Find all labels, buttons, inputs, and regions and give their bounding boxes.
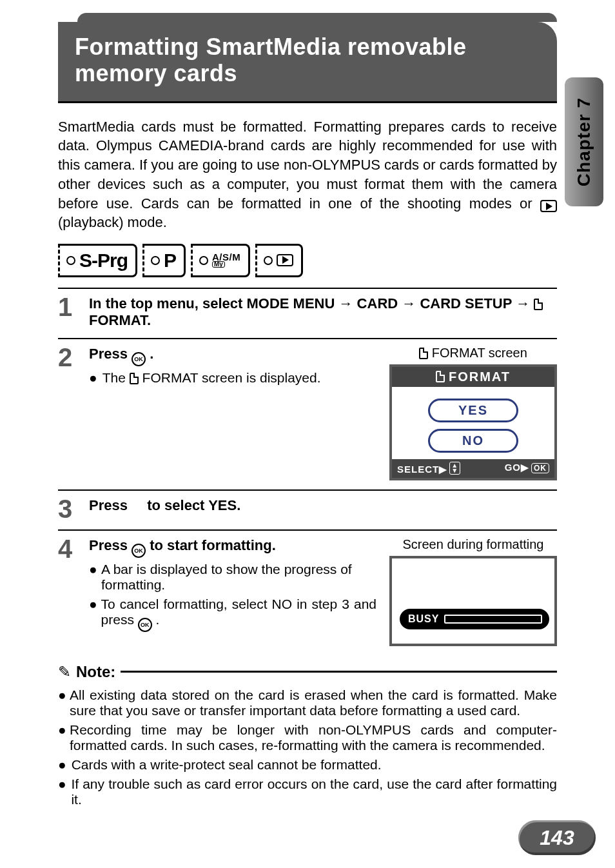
step-4: 4 Press OK to start formatting. ● A bar … (58, 529, 557, 646)
step-1: 1 In the top menu, select MODE MENU → CA… (58, 288, 557, 329)
progress-bar (444, 615, 542, 624)
note-3-text: Cards with a write-protect seal cannot b… (72, 757, 382, 773)
card-icon (419, 348, 428, 359)
lcd-header: FORMAT (392, 367, 554, 387)
ok-button-icon: OK (138, 618, 152, 632)
mode-chip-p: P (142, 244, 186, 277)
lcd-option-no: NO (428, 429, 518, 453)
step-2-body: Press OK . ● The FORMAT screen is displa… (89, 346, 557, 480)
step-2-line1b: . (150, 346, 153, 362)
step-4-bullet-2b: . (156, 612, 160, 627)
bullet-icon: ● (58, 687, 64, 718)
dial-dot-icon (264, 256, 273, 265)
step-3-body: Press to select YES. (89, 497, 557, 520)
step-4-body: Press OK to start formatting. ● A bar is… (89, 537, 557, 646)
step-1-mid1: CARD (357, 295, 402, 311)
updown-icon: ▲▼ (449, 462, 460, 475)
triangle-up-icon (132, 501, 143, 511)
playback-icon (277, 254, 293, 266)
title-box: Formatting SmartMedia removable memory c… (58, 13, 557, 103)
page: Chapter 7 Formatting SmartMedia removabl… (0, 0, 615, 868)
page-number: 143 (540, 826, 574, 850)
lcd-title: FORMAT (449, 370, 511, 384)
dial-dot-icon (66, 256, 75, 265)
step-2-number: 2 (58, 346, 79, 480)
ok-pill-icon: OK (531, 463, 549, 473)
lcd-footer-select: SELECT▶▲▼ (397, 462, 460, 475)
step-3: 3 Press to select YES. (58, 489, 557, 520)
mode-p-label: P (164, 250, 176, 271)
step-2-bullet-b: FORMAT screen is displayed. (142, 370, 321, 385)
step-2-bullet-a: The (102, 370, 130, 385)
mode-asm-my: My (212, 261, 225, 268)
note-title: Note: (76, 663, 115, 681)
step-1-prefix: In the top menu, select MODE MENU (89, 295, 338, 311)
title-underline (58, 101, 557, 103)
step-4-bullet-1: ● A bar is displayed to show the progres… (89, 562, 376, 593)
mode-asm-top: A/S/M (212, 253, 240, 261)
bullet-icon: ● (58, 757, 66, 773)
step-3-text-b: to select YES. (147, 497, 240, 513)
title-bar: Formatting SmartMedia removable memory c… (58, 22, 557, 101)
lcd-go-text: GO (505, 462, 521, 473)
note-item-3: ● Cards with a write-protect seal cannot… (58, 757, 557, 773)
note-heading: ✎ Note: (58, 663, 557, 681)
arrow-right-icon: → (402, 295, 416, 311)
bullet-icon: ● (58, 722, 64, 753)
steps: 1 In the top menu, select MODE MENU → CA… (58, 288, 557, 646)
card-icon (534, 299, 543, 310)
mode-chip-sprg: S-Prg (58, 244, 137, 277)
step-2-line1a: Press (89, 346, 132, 362)
busy-lcd-panel: BUSY (389, 556, 557, 646)
step-1-suffix: FORMAT. (89, 312, 151, 328)
step-3-text-a: Press (89, 497, 132, 513)
busy-screen-label: Screen during formatting (389, 537, 557, 552)
step-1-number: 1 (58, 295, 79, 329)
step-4-line1b: to start formatting. (150, 537, 276, 553)
card-icon (130, 373, 139, 384)
bullet-icon: ● (89, 370, 97, 386)
step-4-right: Screen during formatting BUSY (389, 537, 557, 646)
playback-icon (540, 200, 557, 212)
step-2: 2 Press OK . ● The FORMAT screen is disp… (58, 338, 557, 480)
ok-button-icon: OK (132, 352, 146, 366)
step-2-right: FORMAT screen FORMAT YES NO (389, 346, 557, 480)
arrow-right-icon: → (338, 295, 353, 311)
step-2-bullet: ● The FORMAT screen is displayed. (89, 370, 376, 386)
mode-row: S-Prg P A/S/M My (58, 244, 557, 277)
dial-dot-icon (199, 256, 208, 265)
mode-chip-asm: A/S/M My (191, 244, 250, 277)
lcd-select-text: SELECT (397, 464, 439, 475)
step-4-line1a: Press (89, 537, 132, 553)
format-lcd-panel: FORMAT YES NO SELECT▶▲▼ GO▶OK (389, 364, 557, 480)
note-1-text: All existing data stored on the card is … (70, 687, 557, 718)
mode-sprg-label: S-Prg (79, 250, 128, 271)
note-item-4: ● If any trouble such as card error occu… (58, 776, 557, 807)
step-1-body: In the top menu, select MODE MENU → CARD… (89, 295, 557, 329)
arrow-right-icon: → (516, 295, 530, 311)
note-item-2: ● Recording time may be longer with non-… (58, 722, 557, 753)
note-2-text: Recording time may be longer with non-OL… (70, 722, 557, 753)
page-title: Formatting SmartMedia removable memory c… (75, 34, 540, 87)
page-number-badge: 143 (518, 820, 596, 855)
dial-dot-icon (151, 256, 160, 265)
step-1-mid2: CARD SETUP (420, 295, 516, 311)
mode-chip-play (255, 244, 303, 277)
pencil-icon: ✎ (58, 663, 71, 681)
note-item-1: ● All existing data stored on the card i… (58, 687, 557, 718)
intro-text-2: (playback) mode. (58, 214, 167, 230)
bullet-icon: ● (89, 597, 96, 632)
step-2-left: Press OK . ● The FORMAT screen is displa… (89, 346, 376, 480)
step-4-number: 4 (58, 537, 79, 646)
format-screen-label: FORMAT screen (389, 346, 557, 360)
ok-button-icon: OK (132, 544, 146, 558)
chapter-tab-label: Chapter 7 (574, 97, 594, 186)
title-notch (77, 13, 557, 22)
intro-text-1: SmartMedia cards must be formatted. Form… (58, 119, 557, 212)
step-4-bullet-1-text: A bar is displayed to show the progress … (101, 562, 376, 593)
busy-label: BUSY (408, 613, 439, 625)
intro-paragraph: SmartMedia cards must be formatted. Form… (58, 117, 557, 232)
asm-stack: A/S/M My (212, 253, 240, 268)
lcd-body: YES NO (392, 387, 554, 459)
card-icon (436, 371, 445, 382)
